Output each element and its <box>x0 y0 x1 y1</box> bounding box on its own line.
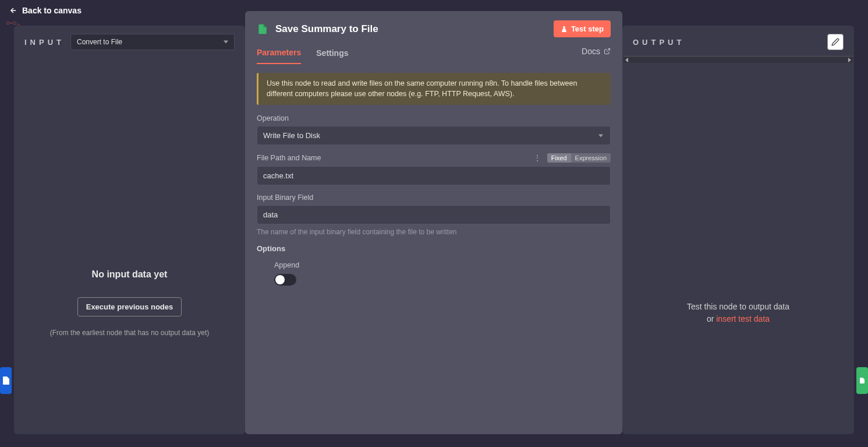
pencil-icon <box>831 38 839 46</box>
filepath-input[interactable]: cache.txt <box>257 166 611 185</box>
node-title: Save Summary to File <box>275 23 378 35</box>
input-source-dropdown[interactable]: Convert to File <box>70 34 235 50</box>
fixed-pill[interactable]: Fixed <box>547 153 571 163</box>
filepath-value: cache.txt <box>263 171 293 180</box>
node-config-panel: Save Summary to File Test step Parameter… <box>245 11 622 434</box>
edit-output-button[interactable] <box>827 34 844 50</box>
binary-field-label: Input Binary Field <box>257 193 611 202</box>
output-empty-message: Test this node to output data or insert … <box>687 301 789 325</box>
back-label: Back to canvas <box>22 6 82 15</box>
input-panel-title: INPUT <box>24 38 65 47</box>
binary-field-input[interactable]: data <box>257 205 611 224</box>
field-options-icon[interactable]: ⋮ <box>531 153 544 163</box>
tab-settings[interactable]: Settings <box>316 45 348 64</box>
append-toggle[interactable] <box>274 274 296 286</box>
input-empty-title: No input data yet <box>92 269 168 280</box>
file-icon <box>859 376 866 385</box>
file-save-icon <box>257 23 268 35</box>
docs-link[interactable]: Docs <box>582 47 611 62</box>
execute-previous-nodes-button[interactable]: Execute previous nodes <box>77 297 182 316</box>
operation-select[interactable]: Write File to Disk <box>257 126 611 145</box>
output-panel: OUTPUT Test this node to output data or … <box>622 26 854 434</box>
operation-value: Write File to Disk <box>263 131 320 140</box>
append-option-label: Append <box>274 261 611 269</box>
document-icon <box>3 376 9 385</box>
input-empty-subtext: (From the earliest node that has no outp… <box>50 328 210 338</box>
input-source-value: Convert to File <box>77 38 122 46</box>
options-section-title: Options <box>257 244 611 253</box>
output-panel-title: OUTPUT <box>633 38 685 47</box>
input-panel: INPUT Convert to File No input data yet … <box>14 26 245 434</box>
test-step-button[interactable]: Test step <box>554 20 611 37</box>
insert-test-data-link[interactable]: insert test data <box>716 314 770 323</box>
toggle-knob <box>275 275 285 284</box>
operation-label: Operation <box>257 114 611 122</box>
prev-node-chip[interactable] <box>0 367 12 394</box>
external-link-icon <box>604 48 611 55</box>
output-horizontal-scrollbar[interactable] <box>623 56 853 63</box>
fixed-expression-toggle: Fixed Expression <box>547 153 611 163</box>
info-notice: Use this node to read and write files on… <box>257 73 611 105</box>
arrow-left-icon <box>9 6 17 15</box>
expression-pill[interactable]: Expression <box>571 153 611 163</box>
flask-icon <box>561 26 568 33</box>
tab-parameters[interactable]: Parameters <box>257 44 301 64</box>
filepath-label: File Path and Name ⋮ Fixed Expression <box>257 153 611 163</box>
binary-field-value: data <box>263 210 278 219</box>
binary-field-help: The name of the input binary field conta… <box>257 228 611 236</box>
back-to-canvas-link[interactable]: Back to canvas <box>9 6 82 15</box>
next-node-chip[interactable] <box>856 367 868 394</box>
